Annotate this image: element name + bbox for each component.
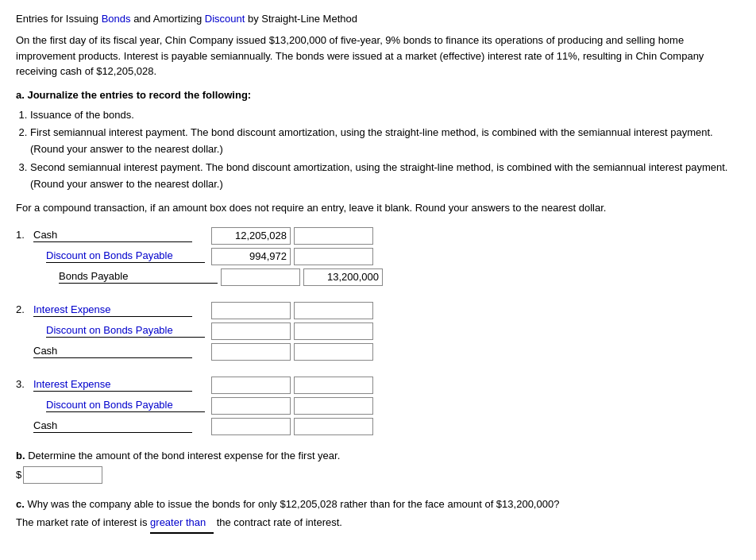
- intro-text: On the first day of its fiscal year, Chi…: [16, 33, 740, 79]
- dollar-sign: $: [16, 469, 21, 481]
- instruction-3: Second semiannual interest payment. The …: [30, 160, 740, 193]
- part-c-question: c. Why was the company able to issue the…: [16, 495, 740, 513]
- entry-1-row-2: Discount on Bonds Payable: [33, 248, 383, 265]
- account-cash-2: Cash: [33, 345, 192, 358]
- entry-1-rows: Cash Discount on Bonds Payable Bonds Pay…: [33, 227, 383, 286]
- entry-2-row-2: Discount on Bonds Payable: [33, 322, 373, 340]
- part-b: b. Determine the amount of the bond inte…: [16, 450, 740, 484]
- entry-3-rows: Interest Expense Discount on Bonds Payab…: [33, 377, 373, 435]
- entry-3: 3. Interest Expense Discount on Bonds Pa…: [16, 377, 740, 435]
- answer-greater-than: greater than: [150, 513, 214, 533]
- account-discount-3: Discount on Bonds Payable: [46, 399, 205, 412]
- entry-2-credit-interest[interactable]: [294, 302, 373, 319]
- part-b-input[interactable]: [23, 466, 102, 484]
- account-bonds-payable-1: Bonds Payable: [59, 270, 218, 284]
- part-c-answer-line: The market rate of interest is greater t…: [16, 513, 740, 533]
- entry-2-credit-cash[interactable]: [294, 343, 373, 361]
- part-b-label: b. Determine the amount of the bond inte…: [16, 450, 740, 462]
- entry-2-debit-discount[interactable]: [211, 322, 291, 340]
- entry-2: 2. Interest Expense Discount on Bonds Pa…: [16, 302, 740, 361]
- instruction-1: Issuance of the bonds.: [30, 107, 740, 124]
- entry-1-credit-cash[interactable]: [294, 227, 373, 245]
- entry-1-row-1: Cash: [33, 227, 383, 245]
- entry-3-debit-interest[interactable]: [211, 377, 291, 394]
- entry-2-rows: Interest Expense Discount on Bonds Payab…: [33, 302, 373, 361]
- account-interest-expense-2: Interest Expense: [33, 303, 192, 317]
- entry-2-row-1: Interest Expense: [33, 302, 373, 319]
- account-cash-3: Cash: [33, 419, 192, 433]
- entry-3-row-1: Interest Expense: [33, 377, 373, 394]
- entry-3-number: 3.: [16, 377, 33, 390]
- compound-note: For a compound transaction, if an amount…: [16, 200, 740, 216]
- entry-1-credit-bonds[interactable]: [303, 268, 383, 286]
- instructions: Issuance of the bonds. First semiannual …: [16, 107, 740, 193]
- entry-1-debit-cash[interactable]: [211, 227, 291, 245]
- account-discount-2: Discount on Bonds Payable: [46, 324, 205, 338]
- entry-1: 1. Cash Discount on Bonds Payable: [16, 227, 740, 286]
- entry-2-number: 2.: [16, 302, 33, 315]
- entry-3-credit-interest[interactable]: [294, 377, 373, 394]
- journal-section: 1. Cash Discount on Bonds Payable: [16, 227, 740, 435]
- page-title: Entries for Issuing Bonds and Amortizing…: [16, 13, 740, 25]
- entry-3-debit-discount[interactable]: [211, 397, 291, 415]
- dollar-input-wrap: $: [16, 466, 740, 484]
- entry-2-credit-discount[interactable]: [294, 322, 373, 340]
- entry-2-debit-interest[interactable]: [211, 302, 291, 319]
- entry-1-credit-discount[interactable]: [294, 248, 373, 265]
- account-discount-1: Discount on Bonds Payable: [46, 249, 205, 263]
- entry-3-row-2: Discount on Bonds Payable: [33, 397, 373, 415]
- entry-2-row-3: Cash: [33, 343, 373, 361]
- account-interest-expense-3: Interest Expense: [33, 378, 192, 392]
- entry-2-debit-cash[interactable]: [211, 343, 291, 361]
- entry-3-credit-discount[interactable]: [294, 397, 373, 415]
- entry-3-debit-cash[interactable]: [211, 418, 291, 435]
- entry-1-number: 1.: [16, 227, 33, 241]
- entry-3-row-3: Cash: [33, 418, 373, 435]
- account-cash-1: Cash: [33, 229, 192, 242]
- entry-1-debit-bonds[interactable]: [221, 268, 300, 286]
- part-c: c. Why was the company able to issue the…: [16, 495, 740, 534]
- instruction-2: First semiannual interest payment. The b…: [30, 125, 740, 158]
- entry-3-credit-cash[interactable]: [294, 418, 373, 435]
- entry-1-row-3: Bonds Payable: [33, 268, 383, 286]
- entry-1-debit-discount[interactable]: [211, 248, 291, 265]
- part-a-label: a. Journalize the entries to record the …: [16, 89, 740, 101]
